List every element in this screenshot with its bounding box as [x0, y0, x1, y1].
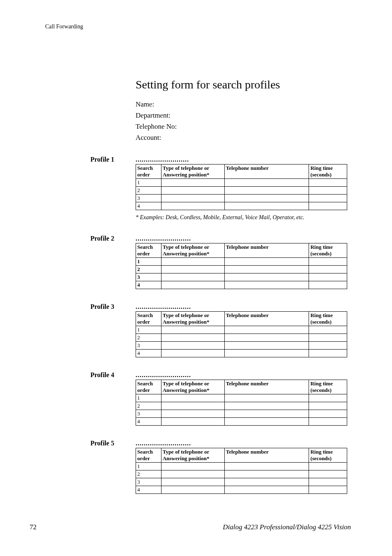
th-ring-time: Ring time (seconds) [309, 448, 347, 463]
cell-ring [309, 394, 347, 402]
cell-type [161, 342, 224, 350]
cell-order: 1 [136, 326, 161, 334]
cell-order: 4 [136, 281, 161, 289]
main-content: Setting form for search profiles Name: D… [90, 78, 353, 494]
cell-tel [224, 350, 309, 357]
cell-tel [224, 179, 309, 187]
field-telephone-no: Telephone No: [136, 123, 353, 131]
cell-order: 3 [136, 410, 161, 418]
table-row: 1 [136, 394, 347, 402]
cell-ring [309, 202, 347, 210]
th-search-order: Search order [136, 164, 161, 179]
profile-4-table: Search order Type of telephone or Answer… [136, 380, 347, 426]
cell-order: 4 [136, 202, 161, 210]
cell-ring [309, 326, 347, 334]
cell-type [161, 202, 224, 210]
th-ring-time: Ring time (seconds) [309, 243, 347, 258]
table-header-row: Search order Type of telephone or Answer… [136, 448, 347, 463]
cell-tel [224, 342, 309, 350]
profile-4-label: Profile 4 [90, 371, 114, 379]
th-type: Type of telephone or Answering position* [161, 243, 224, 258]
cell-order: 4 [136, 350, 161, 357]
table-header-row: Search order Type of telephone or Answer… [136, 243, 347, 258]
cell-tel [224, 463, 309, 470]
cell-type [161, 187, 224, 195]
th-type: Type of telephone or Answering position* [161, 164, 224, 179]
cell-type [161, 266, 224, 273]
page-title: Setting form for search profiles [136, 78, 353, 91]
cell-ring [309, 350, 347, 357]
th-ring-time: Ring time (seconds) [309, 312, 347, 326]
table-row: 1 [136, 463, 347, 470]
examples-note: * Examples: Desk, Cordless, Mobile, Exte… [136, 214, 353, 221]
profile-1-dots: .......................... [136, 156, 353, 163]
cell-order: 1 [136, 258, 161, 266]
table-row: 2 [136, 470, 347, 478]
cell-tel [224, 195, 309, 202]
cell-type [161, 195, 224, 202]
cell-tel [224, 470, 309, 478]
profile-4-section: Profile 4 ........................... Se… [90, 371, 353, 426]
cell-ring [309, 470, 347, 478]
cell-ring [309, 266, 347, 273]
cell-type [161, 179, 224, 187]
th-telephone-number: Telephone number [224, 164, 309, 179]
profile-5-table: Search order Type of telephone or Answer… [136, 448, 347, 494]
table-row: 1 [136, 258, 347, 266]
profile-2-table: Search order Type of telephone or Answer… [136, 243, 347, 289]
cell-type [161, 258, 224, 266]
cell-tel [224, 187, 309, 195]
page-number: 72 [30, 523, 37, 531]
cell-ring [309, 486, 347, 494]
profile-3-table: Search order Type of telephone or Answer… [136, 311, 347, 357]
th-telephone-number: Telephone number [224, 448, 309, 463]
cell-order: 3 [136, 478, 161, 486]
table-header-row: Search order Type of telephone or Answer… [136, 312, 347, 326]
cell-tel [224, 486, 309, 494]
cell-order: 2 [136, 402, 161, 410]
table-row: 4 [136, 202, 347, 210]
th-telephone-number: Telephone number [224, 243, 309, 258]
cell-ring [309, 273, 347, 281]
cell-tel [224, 266, 309, 273]
profile-5-section: Profile 5 ........................... Se… [90, 440, 353, 494]
th-search-order: Search order [136, 312, 161, 326]
cell-type [161, 470, 224, 478]
th-type: Type of telephone or Answering position* [161, 312, 224, 326]
cell-type [161, 486, 224, 494]
table-header-row: Search order Type of telephone or Answer… [136, 380, 347, 394]
cell-tel [224, 410, 309, 418]
profile-1-table: Search order Type of telephone or Answer… [136, 164, 347, 210]
cell-order: 1 [136, 394, 161, 402]
cell-tel [224, 258, 309, 266]
cell-order: 3 [136, 342, 161, 350]
table-row: 3 [136, 273, 347, 281]
cell-type [161, 410, 224, 418]
cell-tel [224, 418, 309, 426]
th-ring-time: Ring time (seconds) [309, 164, 347, 179]
table-row: 4 [136, 350, 347, 357]
cell-order: 2 [136, 187, 161, 195]
cell-tel [224, 281, 309, 289]
table-row: 3 [136, 410, 347, 418]
table-row: 2 [136, 402, 347, 410]
table-row: 1 [136, 326, 347, 334]
header-section-title: Call Forwarding [45, 23, 83, 30]
profile-2-label: Profile 2 [90, 235, 114, 242]
cell-order: 2 [136, 266, 161, 273]
profile-1-label: Profile 1 [90, 156, 114, 163]
cell-tel [224, 326, 309, 334]
cell-ring [309, 402, 347, 410]
th-telephone-number: Telephone number [224, 312, 309, 326]
table-row: 4 [136, 486, 347, 494]
cell-type [161, 334, 224, 342]
cell-order: 2 [136, 470, 161, 478]
table-header-row: Search order Type of telephone or Answer… [136, 164, 347, 179]
cell-type [161, 418, 224, 426]
table-row: 4 [136, 281, 347, 289]
cell-type [161, 350, 224, 357]
cell-tel [224, 334, 309, 342]
cell-ring [309, 334, 347, 342]
cell-ring [309, 478, 347, 486]
table-row: 2 [136, 334, 347, 342]
